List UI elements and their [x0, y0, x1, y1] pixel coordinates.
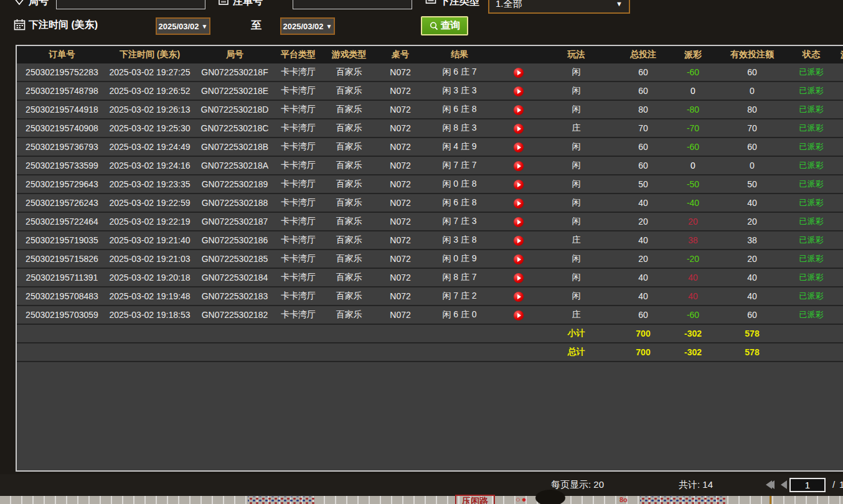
total-bet-cell: 60	[612, 82, 674, 100]
order-no-label: 注单号	[233, 0, 263, 8]
result-cell: 闲 4 庄 9	[422, 138, 497, 156]
payout-cell: -70	[674, 119, 712, 138]
platform-cell: 卡卡湾厅	[277, 306, 319, 324]
platform-cell: 卡卡湾厅	[277, 82, 319, 100]
game-type-cell: 百家乐	[319, 82, 379, 100]
game-type-cell: 百家乐	[319, 100, 379, 119]
table-row: 2503021957296432025-03-02 19:23:35GN0722…	[17, 175, 843, 194]
replay-cell	[497, 119, 540, 138]
status-cell: 已派彩	[793, 287, 830, 306]
date-to-button[interactable]: 2025/03/02▼	[280, 17, 335, 35]
column-header: 状态	[793, 46, 830, 63]
prev-page-button[interactable]	[781, 480, 787, 489]
valid-bet-cell: 60	[712, 306, 793, 324]
time-cell: 2025-03-02 19:25:30	[107, 119, 192, 138]
payout-time-cell	[830, 119, 843, 138]
play-cell: 闲	[540, 82, 612, 100]
order-cell: 250302195715826	[17, 250, 107, 268]
order-cell: 250302195733599	[17, 156, 107, 175]
result-cell: 闲 3 庄 8	[422, 231, 497, 250]
total-bet-cell: 70	[612, 119, 674, 138]
background-divider	[770, 496, 771, 504]
bet-type-label: 下注类型	[440, 0, 479, 8]
date-from-button[interactable]: 2025/03/02▼	[156, 17, 210, 35]
result-cell: 闲 3 庄 3	[422, 82, 497, 100]
result-cell: 闲 7 庄 3	[422, 212, 497, 231]
replay-icon[interactable]	[514, 217, 524, 227]
payout-time-cell	[830, 100, 843, 119]
subtotal-bet: 700	[612, 324, 674, 343]
status-cell: 已派彩	[793, 306, 830, 324]
to-label: 至	[251, 18, 261, 32]
replay-icon[interactable]	[514, 142, 524, 152]
replay-icon[interactable]	[514, 254, 524, 264]
platform-cell: 卡卡湾厅	[277, 63, 319, 82]
bet-type-select[interactable]: 1.全部 ▼	[488, 0, 630, 14]
chevron-down-icon: ▼	[202, 23, 208, 30]
valid-bet-cell: 40	[712, 194, 793, 212]
bet-history-dialog: 局号 注单号 下注类型 1.全部 ▼ 下注时间 (美东) 2025/03/02▼…	[0, 0, 843, 496]
replay-icon[interactable]	[514, 86, 524, 96]
clipboard-icon	[218, 0, 229, 5]
replay-icon[interactable]	[514, 161, 524, 171]
payout-time-cell	[830, 212, 843, 231]
platform-cell: 卡卡湾厅	[277, 287, 319, 306]
payout-time-cell	[830, 194, 843, 212]
total-bet-cell: 40	[612, 287, 674, 306]
pagination-bar: 每页显示: 20 共计: 14 / 1	[0, 474, 843, 495]
replay-icon[interactable]	[514, 68, 524, 78]
replay-cell	[497, 100, 540, 119]
total-bet-cell: 20	[612, 212, 674, 231]
result-cell: 闲 8 庄 3	[422, 119, 497, 138]
status-cell: 已派彩	[793, 156, 830, 175]
table-row: 2503021957487982025-03-02 19:26:52GN0722…	[17, 82, 843, 100]
platform-cell: 卡卡湾厅	[277, 175, 319, 194]
grand-total-payout: -302	[674, 343, 712, 362]
game-type-cell: 百家乐	[319, 306, 379, 324]
game-type-cell: 百家乐	[319, 268, 379, 287]
replay-icon[interactable]	[514, 198, 524, 208]
page-input[interactable]	[789, 478, 826, 492]
replay-icon[interactable]	[514, 273, 524, 283]
empty-cell	[497, 343, 540, 362]
replay-icon[interactable]	[514, 180, 524, 190]
time-cell: 2025-03-02 19:20:18	[107, 268, 192, 287]
chevron-down-icon: ▼	[326, 23, 332, 30]
play-cell: 庄	[540, 231, 612, 250]
round-cell: GN07225302188	[192, 194, 277, 212]
total-bet-cell: 40	[612, 268, 674, 287]
valid-bet-cell: 40	[712, 268, 793, 287]
replay-icon[interactable]	[514, 105, 524, 115]
play-cell: 闲	[540, 175, 612, 194]
replay-icon[interactable]	[514, 124, 524, 134]
play-cell: 闲	[540, 250, 612, 268]
result-cell: 闲 0 庄 8	[422, 175, 497, 194]
order-no-input[interactable]	[293, 0, 412, 9]
play-cell: 闲	[540, 268, 612, 287]
platform-cell: 卡卡湾厅	[277, 212, 319, 231]
replay-icon[interactable]	[514, 236, 524, 246]
game-type-cell: 百家乐	[319, 231, 379, 250]
empty-cell	[319, 343, 379, 362]
query-button[interactable]: 查询	[421, 16, 468, 35]
first-page-button[interactable]	[768, 480, 775, 489]
page-separator: /	[832, 479, 835, 490]
roadmap-dots	[640, 497, 726, 504]
round-cell: GN07225302182	[192, 306, 277, 324]
platform-cell: 卡卡湾厅	[277, 119, 319, 138]
time-cell: 2025-03-02 19:23:35	[107, 175, 192, 194]
order-cell: 250302195722464	[17, 212, 107, 231]
empty-cell	[793, 343, 830, 362]
payout-time-cell	[830, 156, 843, 175]
table-no-cell: N072	[379, 268, 422, 287]
payout-time-cell	[830, 250, 843, 268]
game-no-input[interactable]	[56, 0, 205, 9]
background-blob	[535, 490, 565, 504]
replay-icon[interactable]	[514, 292, 524, 302]
valid-bet-cell: 38	[712, 231, 793, 250]
table-row: 2503021957449182025-03-02 19:26:13GN0722…	[17, 100, 843, 119]
payout-cell: 0	[674, 82, 712, 100]
time-cell: 2025-03-02 19:19:48	[107, 287, 192, 306]
replay-icon[interactable]	[514, 310, 524, 320]
table-no-cell: N072	[379, 250, 422, 268]
